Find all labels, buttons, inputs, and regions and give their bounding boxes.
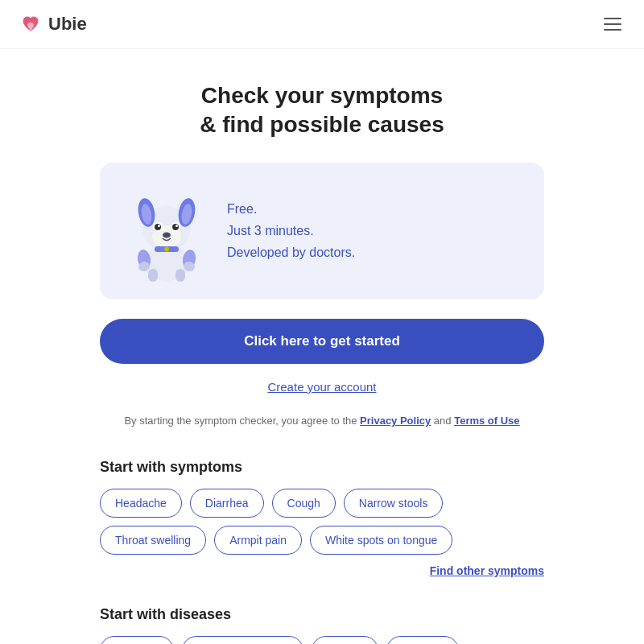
feature-line1: Free. — [227, 202, 257, 216]
headline-line1: Check your symptoms — [201, 83, 443, 108]
main-headline: Check your symptoms & find possible caus… — [100, 81, 544, 140]
diseases-section: Start with diseases MigraineTension head… — [100, 606, 544, 644]
main-content: Check your symptoms & find possible caus… — [80, 49, 564, 644]
privacy-policy-link[interactable]: Privacy Policy — [360, 415, 431, 427]
svg-rect-1 — [148, 269, 158, 282]
hamburger-line-2 — [604, 23, 621, 25]
symptom-pill[interactable]: Throat swelling — [100, 526, 206, 555]
hamburger-menu-button[interactable] — [601, 14, 625, 34]
feature-line2: Just 3 minutes. — [227, 224, 314, 237]
svg-point-14 — [175, 225, 178, 227]
headline-line2: & find possible causes — [200, 112, 444, 137]
symptoms-section-title: Start with symptoms — [100, 459, 544, 476]
svg-point-17 — [164, 246, 169, 251]
svg-point-11 — [155, 224, 161, 230]
svg-point-12 — [172, 224, 179, 230]
disclaimer-before: By starting the symptom checker, you agr… — [124, 415, 360, 427]
hero-text: Free. Just 3 minutes. Developed by docto… — [227, 198, 355, 264]
symptom-pill[interactable]: Headache — [100, 489, 182, 518]
terms-of-use-link[interactable]: Terms of Use — [454, 415, 519, 427]
diseases-section-title: Start with diseases — [100, 606, 544, 623]
logo-area: Ubie — [19, 13, 87, 35]
symptoms-pills-container: HeadacheDiarrheaCoughNarrow stoolsThroat… — [100, 489, 544, 555]
symptom-pill[interactable]: Armpit pain — [214, 526, 302, 555]
disease-pill[interactable]: Gastritis — [386, 636, 458, 644]
create-account-link[interactable]: Create your account — [100, 380, 544, 394]
disease-pill[interactable]: Tension headache — [182, 636, 304, 644]
find-other-symptoms-link[interactable]: Find other symptoms — [100, 564, 544, 577]
hero-card: Free. Just 3 minutes. Developed by docto… — [100, 163, 544, 299]
svg-rect-2 — [175, 269, 185, 282]
disease-pill[interactable]: Migraine — [100, 636, 174, 644]
symptom-pill[interactable]: White spots on tongue — [310, 526, 452, 555]
svg-point-13 — [158, 225, 160, 227]
hamburger-line-3 — [604, 29, 621, 31]
diseases-pills-container: MigraineTension headacheCystitisGastriti… — [100, 636, 544, 644]
hero-features: Free. Just 3 minutes. Developed by docto… — [227, 198, 355, 264]
logo-text: Ubie — [48, 14, 87, 35]
disclaimer-text: By starting the symptom checker, you agr… — [100, 413, 544, 430]
symptom-pill[interactable]: Narrow stools — [344, 489, 444, 518]
symptoms-section: Start with symptoms HeadacheDiarrheaCoug… — [100, 459, 544, 577]
disease-pill[interactable]: Cystitis — [312, 636, 378, 644]
logo-heart-icon — [19, 13, 42, 35]
disclaimer-middle: and — [431, 415, 454, 427]
app-header: Ubie — [0, 0, 644, 49]
get-started-button[interactable]: Click here to get started — [100, 319, 544, 364]
symptom-pill[interactable]: Cough — [272, 489, 336, 518]
feature-line3: Developed by doctors. — [227, 246, 355, 259]
symptom-pill[interactable]: Diarrhea — [190, 489, 264, 518]
hamburger-line-1 — [604, 18, 621, 19]
svg-point-15 — [163, 232, 171, 237]
dog-illustration — [122, 179, 211, 283]
